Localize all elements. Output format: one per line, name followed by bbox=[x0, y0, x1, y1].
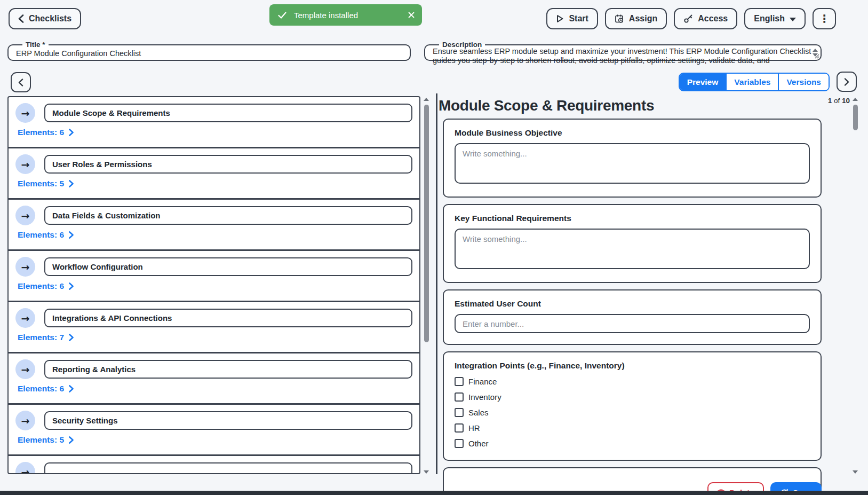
toast-close-icon[interactable] bbox=[408, 12, 415, 18]
finance-checkbox[interactable] bbox=[455, 377, 464, 386]
arrow-right-icon[interactable]: → bbox=[15, 308, 35, 328]
caret-down-icon bbox=[790, 18, 796, 21]
elements-link[interactable]: Elements: 5 bbox=[18, 435, 74, 445]
chevron-right-icon bbox=[69, 334, 74, 341]
scroll-up-icon[interactable] bbox=[424, 98, 429, 101]
assign-button-label: Assign bbox=[629, 14, 657, 23]
elements-link[interactable]: Elements: 7 bbox=[18, 333, 74, 342]
next-section-button[interactable] bbox=[837, 72, 857, 92]
resize-handle-icon[interactable] bbox=[815, 54, 819, 59]
checkbox-label: Sales bbox=[468, 408, 489, 417]
sales-checkbox[interactable] bbox=[455, 408, 464, 417]
module-business-objective-textarea[interactable] bbox=[455, 143, 810, 184]
scroll-down-icon[interactable] bbox=[853, 470, 858, 474]
section-name-input[interactable] bbox=[44, 206, 412, 225]
field-label: Module Business Objective bbox=[455, 128, 810, 138]
arrow-right-icon[interactable]: → bbox=[15, 257, 35, 277]
elements-link[interactable]: Elements: 6 bbox=[18, 128, 74, 137]
inventory-checkbox[interactable] bbox=[455, 392, 464, 402]
title-input[interactable] bbox=[13, 49, 405, 61]
arrow-right-icon[interactable]: → bbox=[15, 103, 35, 123]
section-name-input[interactable] bbox=[44, 360, 412, 379]
checkbox-label: HR bbox=[468, 423, 480, 433]
elements-count-label: Elements: 6 bbox=[18, 128, 64, 137]
elements-link[interactable]: Elements: 6 bbox=[18, 281, 74, 291]
elements-count-label: Elements: 6 bbox=[18, 230, 64, 240]
key-icon bbox=[683, 14, 693, 23]
chevron-right-icon bbox=[69, 180, 74, 187]
checkbox-row-other: Other bbox=[455, 436, 810, 451]
elements-link[interactable]: Elements: 5 bbox=[18, 179, 74, 188]
section-name-input[interactable] bbox=[44, 462, 412, 474]
scroll-up-icon[interactable] bbox=[813, 49, 818, 52]
elements-link[interactable]: Elements: 6 bbox=[18, 384, 74, 394]
tab-preview[interactable]: Preview bbox=[680, 74, 727, 90]
page-of-label: of bbox=[834, 97, 840, 105]
section-name-input[interactable] bbox=[44, 411, 412, 430]
elements-link[interactable]: Elements: 6 bbox=[18, 230, 74, 240]
section-name-input[interactable] bbox=[44, 257, 412, 276]
panel-divider bbox=[436, 93, 437, 474]
tab-variables-label: Variables bbox=[734, 77, 770, 87]
key-functional-requirements-textarea[interactable] bbox=[455, 229, 810, 269]
collapse-left-panel-button[interactable] bbox=[11, 72, 31, 92]
checkbox-row-hr: HR bbox=[455, 420, 810, 436]
preview-panel-scrollbar[interactable] bbox=[851, 97, 859, 474]
page-total: 10 bbox=[842, 97, 850, 105]
arrow-right-icon[interactable]: → bbox=[15, 462, 35, 474]
other-checkbox[interactable] bbox=[455, 439, 464, 448]
chevron-right-icon bbox=[69, 282, 74, 290]
card-module-business-objective: Module Business Objective bbox=[443, 119, 822, 198]
tab-versions-label: Versions bbox=[786, 77, 821, 87]
start-button-label: Start bbox=[569, 14, 588, 23]
section-item-partial: → bbox=[9, 456, 419, 474]
left-panel-scrollbar[interactable] bbox=[423, 97, 430, 474]
back-button-label: Checklists bbox=[29, 14, 71, 23]
section-item-security: → Elements: 5 bbox=[9, 405, 419, 456]
kebab-icon: ⋮ bbox=[819, 12, 830, 25]
play-icon bbox=[556, 14, 564, 23]
section-name-input[interactable] bbox=[44, 155, 412, 174]
scroll-up-icon[interactable] bbox=[853, 98, 858, 101]
arrow-right-icon[interactable]: → bbox=[15, 359, 35, 379]
estimated-user-count-input[interactable] bbox=[455, 314, 810, 333]
header-actions: Start Assign Access English ⋮ bbox=[546, 8, 836, 29]
chevron-right-icon bbox=[69, 385, 74, 392]
field-label: Integration Points (e.g., Finance, Inven… bbox=[455, 361, 810, 371]
hr-checkbox[interactable] bbox=[455, 423, 464, 433]
section-name-input[interactable] bbox=[44, 309, 412, 327]
arrow-right-icon[interactable]: → bbox=[15, 411, 35, 430]
title-field-group: Title * bbox=[7, 41, 411, 61]
tab-preview-label: Preview bbox=[687, 77, 719, 87]
elements-count-label: Elements: 7 bbox=[18, 333, 64, 342]
card-estimated-user-count: Estimated User Count bbox=[443, 289, 822, 345]
start-button[interactable]: Start bbox=[546, 8, 598, 29]
description-textarea[interactable]: Ensure seamless ERP module setup and max… bbox=[429, 47, 816, 65]
section-item-integrations: → Elements: 7 bbox=[9, 302, 419, 353]
chevron-right-icon bbox=[69, 231, 74, 239]
tab-variables[interactable]: Variables bbox=[727, 74, 779, 90]
section-item-data-fields: → Elements: 6 bbox=[9, 200, 419, 251]
field-label: Estimated User Count bbox=[455, 299, 810, 309]
assign-button[interactable]: Assign bbox=[605, 8, 667, 29]
scroll-down-icon[interactable] bbox=[424, 470, 429, 474]
calendar-clock-icon bbox=[615, 14, 624, 23]
section-name-input[interactable] bbox=[44, 104, 412, 122]
scrollbar-thumb[interactable] bbox=[853, 105, 858, 130]
chevron-right-icon bbox=[69, 129, 74, 136]
description-field-group: Description Ensure seamless ERP module s… bbox=[424, 41, 822, 61]
card-key-functional-requirements: Key Functional Requirements bbox=[443, 204, 822, 283]
scrollbar-thumb[interactable] bbox=[424, 105, 429, 342]
sections-list-panel: → Elements: 6 → Elements: 5 → Elements: … bbox=[7, 96, 420, 474]
checkbox-label: Finance bbox=[468, 377, 497, 386]
card-integration-points: Integration Points (e.g., Finance, Inven… bbox=[443, 351, 822, 461]
tab-versions[interactable]: Versions bbox=[779, 74, 829, 90]
checkbox-row-inventory: Inventory bbox=[455, 389, 810, 405]
more-options-button[interactable]: ⋮ bbox=[813, 8, 836, 29]
back-to-checklists-button[interactable]: Checklists bbox=[9, 8, 81, 29]
arrow-right-icon[interactable]: → bbox=[15, 154, 35, 174]
arrow-right-icon[interactable]: → bbox=[15, 206, 35, 225]
access-button[interactable]: Access bbox=[674, 8, 737, 29]
checkbox-row-finance: Finance bbox=[455, 374, 810, 389]
language-dropdown[interactable]: English bbox=[744, 8, 806, 29]
